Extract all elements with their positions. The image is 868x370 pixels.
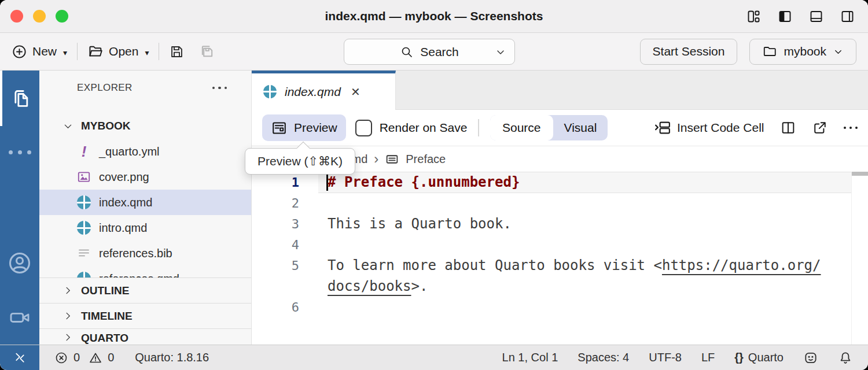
preview-button[interactable]: Preview (262, 114, 346, 141)
explorer-more-actions-icon[interactable] (212, 87, 227, 90)
warning-icon (89, 351, 102, 365)
more-actions-icon[interactable] (844, 127, 858, 130)
toggle-right-panel-icon[interactable] (840, 9, 855, 24)
custom-layout-icon[interactable] (746, 9, 762, 24)
file-row-intro-qmd[interactable]: intro.qmd (39, 215, 251, 240)
status-bar: 0 0 Quarto: 1.8.16 Ln 1, Col 1 Spaces: 4… (0, 345, 868, 370)
insert-code-cell-icon (654, 119, 671, 136)
search-icon (400, 45, 414, 59)
indentation-status-item[interactable]: Spaces: 4 (578, 351, 629, 364)
render-on-save-checkbox[interactable] (355, 120, 372, 136)
top-action-bar: New Open Search (0, 33, 868, 71)
error-icon (54, 351, 68, 365)
start-session-button[interactable]: Start Session (640, 39, 738, 65)
tab-index-qmd[interactable]: index.qmd (252, 71, 396, 110)
quarto-icon (76, 195, 91, 210)
line-number: 3 (252, 217, 299, 231)
open-in-new-window-icon[interactable] (812, 120, 828, 136)
folder-icon (762, 44, 777, 59)
account-icon[interactable] (7, 250, 32, 276)
preview-label: Preview (294, 121, 337, 135)
chevron-down-icon (833, 46, 844, 57)
code-line: 2 (252, 193, 868, 213)
explorer-header-label: EXPLORER (77, 82, 133, 94)
open-label: Open (109, 45, 138, 58)
explorer-sidebar: EXPLORER MYBOOK _quarto.yml cover (39, 71, 252, 345)
chevron-down-icon[interactable] (495, 46, 506, 58)
insert-code-cell-label: Insert Code Cell (677, 121, 764, 135)
tooltip-text: Preview (⇧⌘K) (258, 154, 343, 168)
close-icon[interactable] (351, 85, 361, 99)
timeline-section-header[interactable]: TIMELINE (39, 303, 251, 328)
divider (77, 43, 78, 60)
video-camera-icon[interactable] (8, 306, 31, 329)
quarto-icon (76, 271, 91, 278)
open-button[interactable]: Open (87, 43, 149, 60)
zoom-window-button[interactable] (56, 10, 68, 23)
workspace-root-folder[interactable]: MYBOOK (39, 113, 251, 139)
code-line: 4 (252, 234, 868, 255)
outline-section-header[interactable]: OUTLINE (39, 278, 251, 303)
file-row-cover-png[interactable]: cover.png (39, 164, 251, 190)
file-row-index-qmd[interactable]: index.qmd (39, 190, 251, 215)
editor-group: index.qmd Preview Render on Save Source … (252, 71, 868, 345)
divider (159, 43, 159, 60)
split-editor-icon[interactable] (780, 120, 796, 136)
new-label: New (32, 45, 57, 58)
line-number: 5 (252, 258, 299, 273)
line-number: 1 (252, 175, 299, 190)
insert-code-cell-button[interactable]: Insert Code Cell (654, 119, 764, 136)
hyperlink[interactable]: docs/books (328, 278, 411, 294)
toggle-left-panel-icon[interactable] (777, 9, 793, 24)
dropdown-caret-icon (62, 45, 67, 58)
plus-circle-icon (12, 44, 27, 60)
braces-icon: {} (734, 351, 744, 364)
save-icon[interactable] (169, 44, 185, 60)
file-row-quarto-yml[interactable]: _quarto.yml (39, 139, 251, 164)
language-mode-status-item[interactable]: {} Quarto (734, 351, 784, 364)
save-all-icon[interactable] (199, 43, 215, 60)
files-icon (9, 87, 32, 110)
code-line: 6 (252, 297, 868, 317)
more-activity-items-icon[interactable] (9, 150, 31, 154)
dropdown-caret-icon (144, 45, 149, 58)
minimize-window-button[interactable] (33, 10, 46, 23)
eol-status-item[interactable]: LF (701, 351, 715, 364)
folder-open-icon (87, 43, 104, 60)
search-input[interactable]: Search (344, 39, 515, 65)
visual-mode-button[interactable]: Visual (553, 121, 608, 135)
traffic-lights (10, 10, 68, 23)
window-title: index.qmd — mybook — Screenshots (325, 9, 543, 23)
encoding-status-item[interactable]: UTF-8 (649, 351, 682, 364)
source-visual-toggle: Source Visual (490, 115, 608, 140)
hyperlink[interactable]: https://quarto.org/ (662, 257, 821, 273)
file-row-references-bib[interactable]: references.bib (39, 240, 251, 266)
code-editor[interactable]: 1 # Preface {.unnumbered} 2 3 This is a … (252, 172, 868, 345)
feedback-smiley-icon[interactable] (803, 350, 818, 365)
quarto-version-status-item[interactable]: Quarto: 1.8.16 (135, 351, 209, 364)
close-window-button[interactable] (10, 10, 23, 23)
problems-status-item[interactable]: 0 0 (54, 351, 114, 365)
workspace-label: mybook (784, 45, 826, 58)
new-file-button[interactable]: New (12, 44, 67, 60)
quarto-section-header[interactable]: QUARTO (39, 328, 251, 345)
remote-indicator[interactable] (0, 345, 39, 370)
bibliography-icon (76, 246, 91, 261)
file-tree: _quarto.yml cover.png index.qmd intro.qm… (39, 139, 251, 278)
notifications-bell-icon[interactable] (838, 350, 853, 365)
file-row-references-qmd[interactable]: references.qmd (39, 266, 251, 278)
tab-label: index.qmd (285, 85, 341, 99)
source-mode-button[interactable]: Source (490, 115, 553, 140)
explorer-activity-item[interactable] (0, 71, 39, 126)
chevron-right-icon (62, 285, 73, 296)
toggle-bottom-panel-icon[interactable] (808, 9, 824, 24)
workspace-switcher-button[interactable]: mybook (749, 39, 856, 65)
preview-icon (271, 120, 288, 136)
activity-bar (0, 71, 39, 345)
chevron-right-icon (62, 332, 73, 343)
cursor-position-status-item[interactable]: Ln 1, Col 1 (502, 351, 558, 364)
error-count: 0 (73, 351, 80, 364)
breadcrumb-symbol[interactable]: Preface (406, 153, 446, 166)
tab-strip: index.qmd (252, 71, 868, 110)
title-bar: index.qmd — mybook — Screenshots (0, 0, 868, 33)
